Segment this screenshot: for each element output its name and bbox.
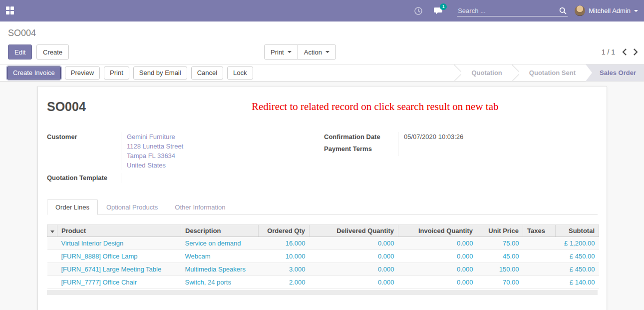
cell-ordered-qty[interactable]: 3.000 [259, 263, 310, 276]
cell-ordered-qty[interactable]: 10.000 [259, 250, 310, 263]
chevron-down-icon [325, 51, 329, 53]
confirmation-date-label: Confirmation Date [324, 132, 398, 144]
cancel-button[interactable]: Cancel [191, 66, 223, 80]
payment-terms-label: Payment Terms [324, 144, 398, 156]
cell-invoiced-quantity[interactable]: 0.000 [398, 250, 477, 263]
table-footer-strip [47, 290, 598, 295]
annotation-text: Redirect to related record on click sear… [252, 100, 498, 113]
status-quotation[interactable]: Quotation [461, 64, 512, 82]
preview-button[interactable]: Preview [65, 66, 100, 80]
search-icon[interactable] [559, 7, 567, 14]
print-button[interactable]: Print [104, 66, 129, 80]
order-line-row[interactable]: [FURN_7777] Office ChairSwitch, 24 ports… [47, 276, 599, 289]
print-dropdown-button[interactable]: Print [264, 44, 298, 60]
lock-button[interactable]: Lock [227, 66, 253, 80]
breadcrumb: SO004 [8, 28, 644, 38]
pager-value[interactable]: 1 / 1 [602, 48, 615, 56]
col-delivered-quantity[interactable]: Delivered Quantity [310, 225, 398, 237]
payment-terms-value[interactable] [398, 144, 598, 156]
cell-description[interactable]: Switch, 24 ports [181, 276, 259, 289]
tab-optional-products[interactable]: Optional Products [98, 200, 166, 215]
cell-subtotal[interactable]: £ 450.00 [556, 263, 599, 276]
cell-description[interactable]: Service on demand [181, 237, 259, 250]
cell-delivered-quantity[interactable]: 0.000 [310, 237, 398, 250]
cell-product[interactable]: [FURN_6741] Large Meeting Table [57, 263, 181, 276]
customer-value[interactable]: Gemini Furniture 1128 Lunetta Street Tam… [121, 132, 324, 170]
quotation-template-value[interactable] [121, 173, 324, 183]
cell-product[interactable]: Virtual Interior Design [57, 237, 181, 250]
order-line-row[interactable]: [FURN_8888] Office LampWebcam10.0000.000… [47, 250, 599, 263]
status-pills: Quotation Quotation Sent Sales Order [454, 64, 644, 82]
order-line-row[interactable]: Virtual Interior DesignService on demand… [47, 237, 599, 250]
col-subtotal[interactable]: Subtotal [556, 225, 599, 237]
cell-invoiced-quantity[interactable]: 0.000 [398, 237, 477, 250]
cell-delivered-quantity[interactable]: 0.000 [310, 263, 398, 276]
create-invoice-button[interactable]: Create Invoice [7, 66, 61, 80]
customer-city[interactable]: Tampa FL 33634 [127, 151, 324, 160]
cell-delivered-quantity[interactable]: 0.000 [310, 250, 398, 263]
sale-order-sheet: SO004 Redirect to related record on clic… [37, 86, 607, 310]
user-name: Mitchell Admin [589, 7, 631, 14]
row-handle-cell [47, 276, 57, 289]
row-handle-cell [47, 263, 57, 276]
activities-clock-icon[interactable] [411, 4, 426, 18]
statusbar: Create Invoice Preview Print Send by Ema… [0, 64, 644, 82]
status-quotation-sent[interactable]: Quotation Sent [519, 64, 586, 82]
cell-description[interactable]: Webcam [181, 250, 259, 263]
customer-name-link[interactable]: Gemini Furniture [127, 132, 324, 142]
list-toggle-caret-icon[interactable] [47, 225, 57, 237]
row-handle-cell [47, 237, 57, 250]
cell-ordered-qty[interactable]: 16.000 [259, 237, 310, 250]
send-by-email-button[interactable]: Send by Email [133, 66, 187, 80]
confirmation-date-value: 05/07/2020 10:03:26 [398, 132, 598, 144]
cell-ordered-qty[interactable]: 2.000 [259, 276, 310, 289]
top-navbar: 1 Mitchell Admin [0, 0, 644, 22]
pager-previous-icon[interactable] [622, 48, 627, 56]
status-sales-order[interactable]: Sales Order [586, 64, 644, 82]
cell-description[interactable]: Multimedia Speakers [181, 263, 259, 276]
cell-product[interactable]: [FURN_7777] Office Chair [57, 276, 181, 289]
cell-unit-price[interactable]: 70.00 [477, 276, 523, 289]
col-product[interactable]: Product [57, 225, 181, 237]
customer-label: Customer [47, 132, 121, 170]
cell-unit-price[interactable]: 150.00 [477, 263, 523, 276]
messages-icon[interactable]: 1 [431, 4, 446, 18]
tab-order-lines[interactable]: Order Lines [47, 200, 98, 215]
cell-invoiced-quantity[interactable]: 0.000 [398, 263, 477, 276]
pager-next-icon[interactable] [634, 48, 638, 56]
cell-subtotal[interactable]: £ 450.00 [556, 250, 599, 263]
notebook-tabs: Order Lines Optional Products Other Info… [47, 200, 598, 215]
cell-taxes[interactable] [523, 237, 556, 250]
status-arrow-separator [454, 64, 461, 82]
order-line-row[interactable]: [FURN_6741] Large Meeting TableMultimedi… [47, 263, 599, 276]
cell-taxes[interactable] [523, 276, 556, 289]
col-description[interactable]: Description [181, 225, 259, 237]
col-invoiced-quantity[interactable]: Invoiced Quantity [398, 225, 477, 237]
cell-subtotal[interactable]: £ 1,200.00 [556, 237, 599, 250]
cell-product[interactable]: [FURN_8888] Office Lamp [57, 250, 181, 263]
cell-unit-price[interactable]: 45.00 [477, 250, 523, 263]
col-taxes[interactable]: Taxes [523, 225, 556, 237]
tab-other-information[interactable]: Other Information [166, 200, 234, 215]
cell-taxes[interactable] [523, 263, 556, 276]
create-button[interactable]: Create [36, 44, 69, 60]
customer-street[interactable]: 1128 Lunetta Street [127, 142, 324, 151]
cell-invoiced-quantity[interactable]: 0.000 [398, 276, 477, 289]
row-handle-cell [47, 250, 57, 263]
search-input[interactable] [458, 7, 559, 14]
chevron-down-icon [634, 10, 638, 12]
action-dropdown-button[interactable]: Action [298, 44, 336, 60]
edit-button[interactable]: Edit [8, 44, 32, 60]
cell-delivered-quantity[interactable]: 0.000 [310, 276, 398, 289]
col-ordered-qty[interactable]: Ordered Qty [259, 225, 310, 237]
user-avatar [575, 6, 585, 16]
cell-taxes[interactable] [523, 250, 556, 263]
user-menu[interactable]: Mitchell Admin [575, 6, 639, 16]
customer-country[interactable]: United States [127, 160, 324, 170]
messages-badge: 1 [440, 4, 447, 10]
col-unit-price[interactable]: Unit Price [477, 225, 523, 237]
cell-unit-price[interactable]: 75.00 [477, 237, 523, 250]
apps-menu-icon[interactable] [6, 6, 14, 15]
cell-subtotal[interactable]: £ 140.00 [556, 276, 599, 289]
form-view-background: SO004 Redirect to related record on clic… [0, 82, 644, 310]
